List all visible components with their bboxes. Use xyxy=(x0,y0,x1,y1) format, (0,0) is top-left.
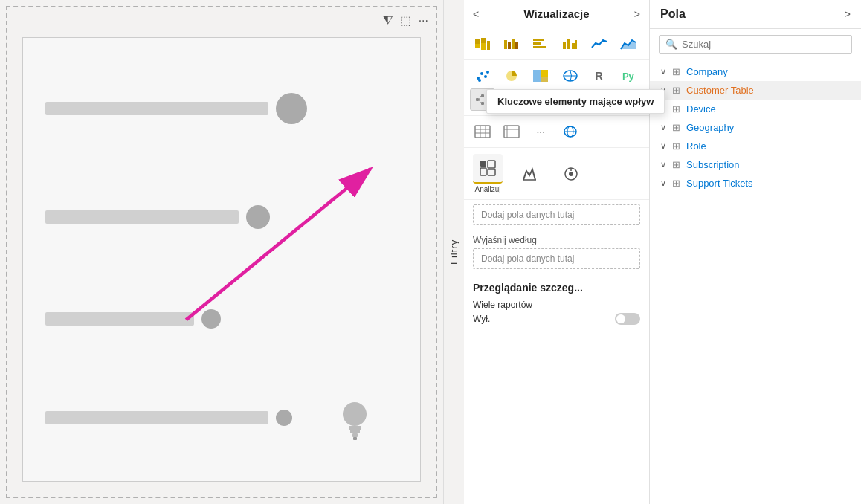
toggle-switch[interactable] xyxy=(615,313,640,325)
svg-rect-11 xyxy=(487,41,490,50)
search-input[interactable] xyxy=(682,39,845,50)
svg-point-0 xyxy=(343,402,367,426)
viz-column-btn[interactable] xyxy=(558,33,583,55)
table-item-role[interactable]: ∨ ⊞ Role xyxy=(650,137,861,155)
svg-rect-30 xyxy=(533,70,541,82)
svg-point-58 xyxy=(569,172,573,176)
lightbulb-icon xyxy=(335,399,375,451)
toggle-container xyxy=(615,313,640,325)
svg-rect-55 xyxy=(488,161,495,168)
svg-rect-21 xyxy=(572,43,575,49)
viz-more-btn[interactable]: ··· xyxy=(528,120,553,143)
viz-line-btn[interactable] xyxy=(587,33,612,55)
svg-rect-12 xyxy=(504,40,507,49)
viz-area-btn[interactable] xyxy=(616,33,641,55)
viz-panel: < Wizualizacje > xyxy=(464,0,650,504)
bar-1 xyxy=(45,102,268,115)
toggle-knob xyxy=(616,314,625,323)
filter-icon[interactable]: ⧨ xyxy=(383,14,393,28)
viz-stacked-bar-btn[interactable] xyxy=(470,33,495,55)
pola-title: Pola xyxy=(660,7,686,21)
analytics-btn[interactable] xyxy=(556,159,586,189)
svg-rect-14 xyxy=(512,39,515,49)
table-item-subscription[interactable]: ∨ ⊞ Subscription xyxy=(650,155,861,174)
circle-2 xyxy=(246,205,270,229)
analyze-drop-area[interactable]: Dodaj pola danych tutaj xyxy=(473,204,640,225)
table-item-customer-table[interactable]: ∨ ⊞ Customer Table xyxy=(650,81,861,100)
table-label-device: Device xyxy=(686,103,716,114)
viz-matrix-btn[interactable] xyxy=(499,120,524,143)
viz-clustered-bar-btn[interactable] xyxy=(499,33,524,55)
chart-row-2 xyxy=(45,205,398,229)
analyze-placeholder: Dodaj pola danych tutaj xyxy=(481,210,574,220)
table-item-geography[interactable]: ∨ ⊞ Geography xyxy=(650,118,861,137)
pola-header: Pola > xyxy=(650,0,861,29)
table-label-subscription: Subscription xyxy=(686,159,740,170)
table-grid-icon-customer: ⊞ xyxy=(672,85,680,96)
prze-title: Przeglądanie szczeg... xyxy=(473,282,640,294)
viz-scatter-btn[interactable] xyxy=(470,65,495,87)
format-visual-btn[interactable] xyxy=(515,159,544,189)
table-grid-icon-role: ⊞ xyxy=(672,140,680,152)
viz-globe-btn[interactable] xyxy=(558,120,583,143)
svg-rect-4 xyxy=(353,437,357,440)
build-visual-btn[interactable] xyxy=(473,154,503,184)
viz-r-btn[interactable]: R xyxy=(587,65,612,87)
svg-rect-22 xyxy=(575,40,577,49)
svg-rect-17 xyxy=(533,42,541,45)
viz-pie-btn[interactable] xyxy=(499,65,524,87)
svg-point-27 xyxy=(486,71,489,74)
pola-search-box[interactable]: 🔍 xyxy=(659,35,852,54)
svg-rect-37 xyxy=(481,102,484,105)
table-item-company[interactable]: ∨ ⊞ Company xyxy=(650,62,861,81)
table-item-device[interactable]: ∨ ⊞ Device xyxy=(650,100,861,118)
toggle-row: Wył. xyxy=(473,313,640,325)
explain-drop-area[interactable]: Dodaj pola danych tutaj xyxy=(473,248,640,269)
explain-placeholder: Dodaj pola danych tutaj xyxy=(481,253,574,264)
svg-rect-19 xyxy=(563,42,566,49)
svg-line-40 xyxy=(479,96,481,100)
svg-point-25 xyxy=(480,72,483,75)
table-label-geography: Geography xyxy=(686,122,734,133)
bar-2 xyxy=(45,210,239,224)
svg-rect-18 xyxy=(533,46,546,48)
canvas-inner xyxy=(22,37,421,482)
svg-rect-47 xyxy=(504,126,519,138)
viz-treemap-btn[interactable] xyxy=(528,65,553,87)
viz-horizontal-bar-btn[interactable] xyxy=(528,33,553,55)
analyze-field-section: Dodaj pola danych tutaj xyxy=(464,200,649,230)
svg-rect-42 xyxy=(475,126,490,138)
search-icon: 🔍 xyxy=(665,39,677,50)
chart-row-3 xyxy=(45,309,398,329)
canvas-toolbar: ⧨ ⬚ ··· xyxy=(383,13,428,28)
filtry-sidebar: Filtry xyxy=(443,0,464,504)
table-grid-icon-subscription: ⊞ xyxy=(672,159,680,170)
viz-chevron-right[interactable]: > xyxy=(634,8,640,20)
svg-rect-1 xyxy=(349,426,361,430)
viz-panel-title: Wizualizacje xyxy=(523,7,589,20)
viz-map-btn[interactable] xyxy=(558,65,583,87)
svg-rect-2 xyxy=(350,430,360,433)
table-label-company: Company xyxy=(686,66,728,77)
table-item-support-tickets[interactable]: ∨ ⊞ Support Tickets xyxy=(650,174,861,193)
build-label: Analizuj xyxy=(474,185,500,193)
more-options-icon[interactable]: ··· xyxy=(419,14,428,28)
svg-point-26 xyxy=(484,75,487,78)
wiele-label: Wiele raportów xyxy=(473,300,532,310)
canvas-area: ⧨ ⬚ ··· xyxy=(6,6,437,498)
svg-rect-3 xyxy=(352,433,358,437)
chevron-icon-role: ∨ xyxy=(660,141,666,151)
pola-chevron[interactable]: > xyxy=(845,8,851,20)
viz-table-btn[interactable] xyxy=(470,120,495,143)
viz-icons-row3: ··· xyxy=(464,116,649,148)
explain-field-section: Wyjaśnij według Dodaj pola danych tutaj xyxy=(464,230,649,274)
bar-3 xyxy=(45,312,194,326)
svg-rect-31 xyxy=(541,70,548,77)
viz-python-btn[interactable]: Py xyxy=(616,65,641,87)
chevron-icon-subscription: ∨ xyxy=(660,160,666,169)
circle-1 xyxy=(276,93,307,124)
viz-chevron-left[interactable]: < xyxy=(473,8,479,20)
table-grid-icon-support: ⊞ xyxy=(672,178,680,189)
chevron-icon-company: ∨ xyxy=(660,67,666,77)
frame-icon[interactable]: ⬚ xyxy=(400,13,411,28)
